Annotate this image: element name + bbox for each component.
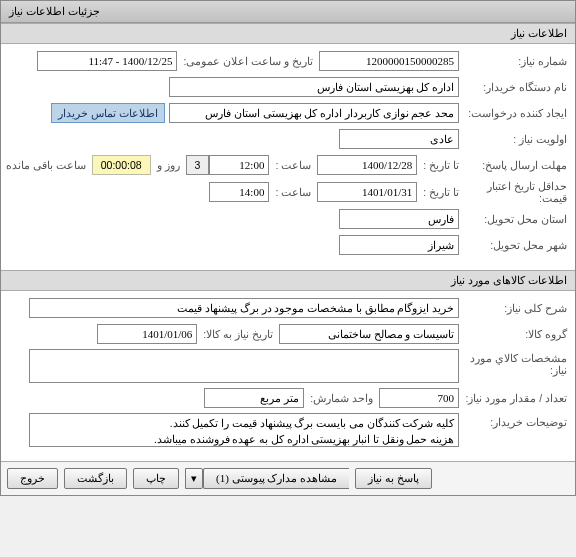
group-label: گروه کالا: (459, 328, 567, 340)
to-time1-input[interactable] (209, 155, 269, 175)
titlebar-text: جزئیات اطلاعات نیاز (9, 5, 100, 18)
time-remaining-value: 00:00:08 (92, 155, 151, 175)
priority-input[interactable] (339, 129, 459, 149)
time-remaining-label: ساعت باقی مانده (0, 159, 92, 171)
footer: خروج بازگشت چاپ مشاهده مدارک پیوستی (1) … (1, 461, 575, 495)
requester-input[interactable] (169, 103, 459, 123)
back-button[interactable]: بازگشت (64, 468, 127, 489)
city-label: شهر محل تحویل: (459, 239, 567, 251)
to-time1-label: ساعت : (269, 159, 317, 171)
to-date1-input[interactable] (317, 155, 417, 175)
requester-label: ایجاد کننده درخواست: (459, 107, 567, 119)
buyer-note-label: توضیحات خریدار: (459, 413, 567, 428)
buyer-input[interactable] (169, 77, 459, 97)
province-label: استان محل تحویل: (459, 213, 567, 225)
province-input[interactable] (339, 209, 459, 229)
days-remaining-value: 3 (186, 155, 210, 175)
dialog: جزئیات اطلاعات نیاز اطلاعات نیاز شماره ن… (0, 0, 576, 496)
need-no-label: شماره نیاز: (459, 55, 567, 67)
exit-button[interactable]: خروج (7, 468, 58, 489)
section-goods-header: اطلاعات کالاهای مورد نیاز (1, 270, 575, 291)
attachments-split-button[interactable]: مشاهده مدارک پیوستی (1) ▾ (185, 468, 349, 489)
need-no-input[interactable] (319, 51, 459, 71)
valid-label: حداقل تاریخ اعتبار قیمت: (459, 180, 567, 204)
buyer-note-textarea[interactable] (29, 413, 459, 447)
group-input[interactable] (279, 324, 459, 344)
to-date2-input[interactable] (317, 182, 417, 202)
pub-datetime-input[interactable] (37, 51, 177, 71)
spec-label: مشخصات كالاي مورد نياز: (459, 349, 567, 376)
to-date2-label: تا تاریخ : (417, 186, 459, 198)
desc-input[interactable] (29, 298, 459, 318)
desc-label: شرح کلی نیاز: (459, 302, 567, 314)
titlebar: جزئیات اطلاعات نیاز (1, 1, 575, 23)
unit-input[interactable] (204, 388, 304, 408)
days-label: روز و (151, 159, 186, 171)
to-time2-label: ساعت : (269, 186, 317, 198)
qty-label: تعداد / مقدار مورد نیاز: (459, 392, 567, 404)
priority-label: اولویت نیاز : (459, 133, 567, 145)
attachments-button[interactable]: مشاهده مدارک پیوستی (1) (203, 468, 349, 489)
deadline-label: مهلت ارسال پاسخ: (459, 159, 567, 171)
to-time2-input[interactable] (209, 182, 269, 202)
unit-label: واحد شمارش: (304, 392, 379, 404)
qty-input[interactable] (379, 388, 459, 408)
to-date1-label: تا تاریخ : (417, 159, 459, 171)
need-info-form: شماره نیاز: تاریخ و ساعت اعلان عمومی: نا… (1, 44, 575, 270)
need-date-input[interactable] (97, 324, 197, 344)
pub-datetime-label: تاریخ و ساعت اعلان عمومی: (177, 55, 319, 67)
spec-textarea[interactable] (29, 349, 459, 383)
need-date-label: تاريخ نياز به كالا: (197, 328, 279, 340)
print-button[interactable]: چاپ (133, 468, 179, 489)
attachments-dropdown-arrow[interactable]: ▾ (185, 468, 203, 489)
goods-form: شرح کلی نیاز: گروه کالا: تاريخ نياز به ك… (1, 291, 575, 461)
buyer-label: نام دستگاه خریدار: (459, 81, 567, 93)
contact-buyer-link[interactable]: اطلاعات تماس خریدار (51, 103, 165, 123)
section-need-info-header: اطلاعات نیاز (1, 23, 575, 44)
city-input[interactable] (339, 235, 459, 255)
respond-button[interactable]: پاسخ به نیاز (355, 468, 432, 489)
